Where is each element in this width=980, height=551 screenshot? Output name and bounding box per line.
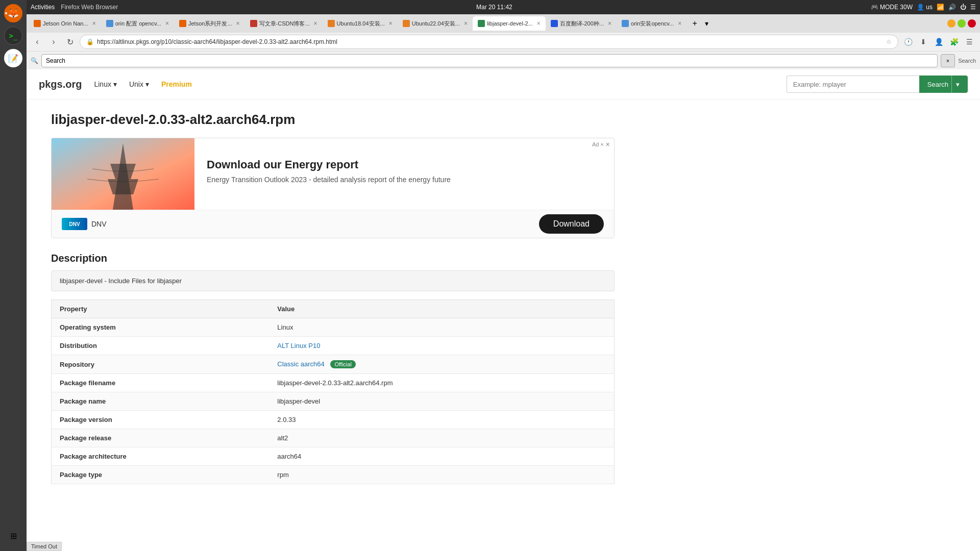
property-value: Classic aarch64 Official — [269, 355, 614, 374]
tab-baidu[interactable]: 百度翻译-200种... × — [546, 16, 617, 31]
volume-icon: 🔊 — [948, 4, 956, 11]
table-header-property: Property — [52, 300, 270, 318]
tab-favicon — [34, 20, 41, 27]
address-bar: ‹ › ↻ 🔒 https://altlinux.pkgs.org/p10/cl… — [27, 33, 980, 51]
address-right-actions: 🕐 ⬇ 👤 🧩 ☰ — [901, 35, 976, 48]
table-row: Package name libjasper-devel — [52, 392, 615, 411]
tab-libjasper[interactable]: libjasper-devel-2... × — [473, 16, 546, 31]
new-tab-button[interactable]: + — [689, 17, 701, 30]
window-controls — [947, 19, 978, 28]
browser-search-bar: 🔍 × Search — [27, 51, 980, 69]
description-box: libjasper-devel - Include Files for libj… — [51, 270, 615, 291]
table-row: Package type rpm — [52, 466, 615, 484]
property-label: Package name — [52, 392, 270, 411]
url-bar[interactable]: 🔒 https://altlinux.pkgs.org/p10/classic-… — [80, 35, 898, 49]
search-dropdown-arrow[interactable]: ▾ — [951, 76, 960, 93]
tab-close-btn[interactable]: × — [464, 20, 468, 27]
download-icon[interactable]: ⬇ — [917, 35, 930, 48]
tab-close-btn[interactable]: × — [389, 20, 393, 27]
nav-premium[interactable]: Premium — [161, 80, 192, 88]
tab-close-btn[interactable]: × — [314, 20, 317, 27]
status-tooltip: Timed Out — [27, 542, 62, 551]
taskbar-firefox-icon[interactable]: 🦊 — [4, 4, 22, 22]
tab-label: Ubuntu18.04安装... — [337, 20, 385, 28]
tab-chevron-icon[interactable]: ▾ — [703, 18, 710, 29]
table-row: Package release alt2 — [52, 429, 615, 447]
site-logo[interactable]: pkgs.org — [39, 79, 82, 90]
ad-brand-name: DNV — [91, 220, 107, 228]
ad-download-button[interactable]: Download — [539, 214, 604, 234]
property-value: libjasper-devel-2.0.33-alt2.aarch64.rpm — [269, 374, 614, 392]
tab-jetson-orin[interactable]: Jetson Orin Nan... × — [29, 16, 101, 31]
os-datetime: Mar 20 11:42 — [118, 4, 870, 11]
tab-close-btn[interactable]: × — [678, 20, 681, 27]
tab-orin-install[interactable]: orin安装opencv... × — [617, 16, 687, 31]
tab-csdn[interactable]: 写文章-CSDN博客... × — [245, 16, 323, 31]
property-value: Linux — [269, 318, 614, 337]
minimize-button[interactable] — [947, 19, 955, 28]
maximize-button[interactable] — [958, 19, 966, 28]
browser-search-close[interactable]: × — [941, 54, 955, 67]
distribution-link[interactable]: ALT Linux P10 — [277, 342, 320, 349]
repository-link[interactable]: Classic aarch64 — [277, 360, 325, 368]
forward-button[interactable]: › — [47, 35, 60, 48]
tab-favicon — [179, 20, 186, 27]
ad-logo-image: DNV — [62, 218, 87, 230]
taskbar-text-editor-icon[interactable]: 📝 — [4, 49, 22, 67]
tab-jetson-dev[interactable]: Jetson系列开发... × — [174, 16, 245, 31]
bookmark-icon[interactable]: ☆ — [886, 38, 892, 45]
taskbar-terminal-icon[interactable]: >_ — [4, 27, 22, 45]
os-topbar-right: 🎮 MODE 30W 👤 us 📶 🔊 ⏻ ☰ — [871, 4, 976, 11]
tab-favicon — [250, 20, 257, 27]
property-label: Distribution — [52, 337, 270, 355]
reload-button[interactable]: ↻ — [63, 35, 77, 48]
ad-close-button[interactable]: Ad × ✕ — [592, 141, 610, 148]
site-search-button[interactable]: Search ▾ — [919, 76, 968, 93]
ad-content: Download our Energy report Energy Transi… — [194, 138, 614, 210]
property-label: Operating system — [52, 318, 270, 337]
tab-close-btn[interactable]: × — [236, 20, 240, 27]
browser-chrome: Jetson Orin Nan... × orin 配置 opencv... ×… — [27, 14, 980, 69]
tab-close-btn[interactable]: × — [165, 20, 169, 27]
extensions-icon[interactable]: 🧩 — [947, 35, 961, 48]
tab-favicon — [328, 20, 335, 27]
tab-close-btn[interactable]: × — [608, 20, 611, 27]
ad-subtitle: Energy Transition Outlook 2023 - detaile… — [207, 176, 602, 184]
property-label: Package filename — [52, 374, 270, 392]
tab-close-btn[interactable]: × — [537, 20, 541, 27]
activities-label[interactable]: Activities — [31, 4, 55, 11]
tab-orin-opencv[interactable]: orin 配置 opencv... × — [101, 16, 174, 31]
tab-ubuntu18[interactable]: Ubuntu18.04安装... × — [323, 16, 398, 31]
menu-icon[interactable]: ☰ — [963, 35, 976, 48]
nav-unix[interactable]: Unix ▾ — [129, 80, 149, 88]
property-label: Package type — [52, 466, 270, 484]
settings-icon[interactable]: ☰ — [970, 4, 976, 11]
tab-bar: Jetson Orin Nan... × orin 配置 opencv... ×… — [27, 14, 980, 33]
tab-actions: + ▾ — [689, 17, 710, 30]
close-button[interactable] — [968, 19, 976, 28]
taskbar-apps-icon[interactable]: ⊞ — [4, 527, 22, 545]
table-row: Repository Classic aarch64 Official — [52, 355, 615, 374]
back-button[interactable]: ‹ — [31, 35, 44, 48]
table-row: Package filename libjasper-devel-2.0.33-… — [52, 374, 615, 392]
profile-icon[interactable]: 👤 — [932, 35, 945, 48]
os-app-name: Firefox Web Browser — [61, 4, 118, 11]
site-navbar: pkgs.org Linux ▾ Unix ▾ Premium Search ▾ — [27, 69, 980, 99]
power-icon: ⏻ — [960, 4, 966, 11]
ad-footer: DNV DNV Download — [52, 210, 614, 238]
os-topbar: Activities Firefox Web Browser Mar 20 11… — [27, 0, 980, 14]
table-header-value: Value — [269, 300, 614, 318]
property-value: alt2 — [269, 429, 614, 447]
nvidia-mode-indicator: 🎮 MODE 30W — [871, 4, 913, 11]
nav-linux[interactable]: Linux ▾ — [94, 80, 116, 88]
browser-search-input[interactable] — [41, 54, 938, 67]
page-main: libjasper-devel-2.0.33-alt2.aarch64.rpm — [27, 99, 639, 496]
table-row: Distribution ALT Linux P10 — [52, 337, 615, 355]
history-icon[interactable]: 🕐 — [901, 35, 915, 48]
site-search-input[interactable] — [787, 76, 919, 93]
active-indicator — [5, 12, 7, 14]
tab-close-btn[interactable]: × — [92, 20, 96, 27]
tab-ubuntu22[interactable]: Ubuntu22.04安装... × — [398, 16, 473, 31]
official-badge: Official — [330, 360, 355, 368]
os-topbar-left: Activities Firefox Web Browser — [31, 4, 118, 11]
